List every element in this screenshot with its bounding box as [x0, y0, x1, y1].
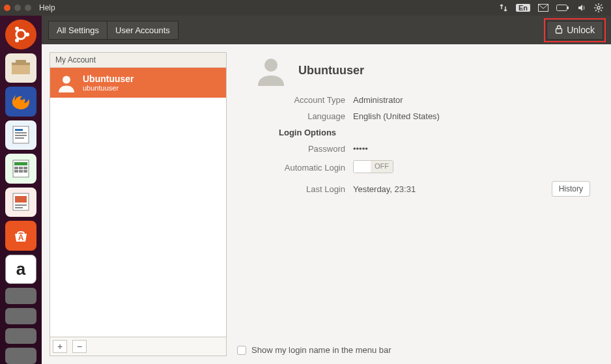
automatic-login-toggle[interactable]: OFF — [353, 160, 393, 173]
account-display-name[interactable]: Ubuntuuser — [298, 64, 364, 77]
launcher-writer[interactable] — [5, 120, 36, 150]
account-detail-panel: Ubuntuuser Account Type Administrator La… — [236, 52, 603, 356]
remove-account-button[interactable]: − — [72, 340, 87, 353]
history-button[interactable]: History — [552, 181, 590, 197]
svg-line-11 — [601, 5, 602, 6]
svg-line-10 — [595, 10, 597, 11]
sidebar-section-label: My Account — [50, 53, 226, 68]
automatic-login-label: Automatic Login — [255, 163, 353, 173]
svg-rect-35 — [15, 204, 27, 206]
svg-rect-22 — [15, 132, 27, 133]
svg-rect-2 — [567, 7, 569, 9]
network-icon[interactable] — [499, 3, 508, 12]
svg-rect-23 — [15, 135, 27, 136]
breadcrumb-all-settings[interactable]: All Settings — [48, 21, 107, 40]
account-type-value[interactable]: Administrator — [353, 95, 403, 105]
svg-point-40 — [264, 59, 277, 72]
svg-rect-27 — [14, 167, 18, 169]
avatar-icon — [57, 73, 76, 92]
breadcrumb-user-accounts[interactable]: User Accounts — [107, 21, 178, 40]
launcher-impress[interactable] — [5, 188, 36, 217]
last-login-label: Last Login — [255, 184, 353, 194]
language-indicator[interactable]: En — [516, 4, 530, 12]
svg-point-3 — [597, 7, 600, 9]
launcher-firefox[interactable] — [5, 87, 36, 117]
launcher-dash[interactable] — [5, 20, 36, 49]
window-minimize-button[interactable] — [14, 5, 21, 11]
unlock-button[interactable]: Unlock — [547, 21, 603, 40]
password-value[interactable]: ••••• — [353, 144, 368, 154]
volume-icon[interactable] — [577, 3, 586, 12]
svg-point-39 — [63, 76, 70, 84]
account-type-label: Account Type — [255, 95, 353, 105]
svg-rect-34 — [15, 196, 27, 203]
language-value[interactable]: English (United States) — [353, 111, 440, 121]
last-login-value: Yesterday, 23:31 — [353, 184, 416, 194]
launcher-stack-item[interactable] — [5, 328, 36, 344]
svg-point-14 — [15, 27, 19, 31]
settings-window: All Settings User Accounts Unlock My Acc… — [42, 16, 611, 364]
svg-point-13 — [25, 33, 29, 36]
launcher-stack-item[interactable] — [5, 348, 36, 364]
svg-point-12 — [16, 30, 25, 39]
login-options-title: Login Options — [279, 128, 603, 137]
account-row-username: ubuntuuser — [83, 84, 134, 92]
system-top-bar: Help En — [0, 0, 611, 16]
svg-rect-30 — [14, 170, 18, 173]
svg-rect-18 — [16, 60, 26, 63]
svg-rect-38 — [556, 29, 562, 33]
profile-avatar-icon[interactable] — [255, 55, 287, 86]
svg-rect-17 — [12, 65, 30, 74]
svg-rect-36 — [15, 207, 23, 208]
svg-rect-21 — [15, 129, 23, 131]
svg-line-9 — [601, 10, 602, 11]
language-label: Language — [255, 111, 353, 121]
svg-rect-26 — [14, 162, 27, 165]
launcher-calc[interactable] — [5, 154, 36, 184]
lock-icon — [555, 25, 563, 36]
toggle-knob — [354, 161, 371, 173]
settings-gear-icon[interactable] — [594, 3, 603, 12]
window-maximize-button[interactable] — [25, 5, 31, 11]
svg-rect-16 — [12, 63, 30, 65]
settings-toolbar: All Settings User Accounts Unlock — [42, 16, 611, 44]
account-row-name: Ubuntuuser — [83, 74, 134, 84]
accounts-sidebar: My Account Ubuntuuser ubuntuuser + − — [50, 52, 227, 356]
unity-launcher: A a — [0, 16, 42, 364]
battery-icon[interactable] — [556, 5, 569, 11]
svg-rect-1 — [557, 5, 567, 11]
unlock-button-label: Unlock — [567, 25, 595, 35]
svg-rect-28 — [19, 167, 23, 169]
show-name-checkbox[interactable] — [237, 346, 246, 355]
launcher-amazon[interactable]: a — [5, 255, 36, 285]
window-title: Help — [39, 3, 55, 12]
svg-rect-32 — [23, 170, 27, 173]
launcher-software-center[interactable]: A — [5, 221, 36, 251]
svg-point-15 — [15, 38, 19, 42]
launcher-stack-item[interactable] — [5, 308, 36, 324]
account-row-selected[interactable]: Ubuntuuser ubuntuuser — [50, 68, 226, 98]
footer-option: Show my login name in the menu bar — [237, 345, 391, 355]
mail-icon[interactable] — [538, 4, 548, 12]
unlock-highlight: Unlock — [545, 20, 604, 41]
password-label: Password — [255, 144, 353, 154]
toggle-state-label: OFF — [371, 161, 393, 173]
svg-rect-24 — [15, 137, 24, 139]
window-close-button[interactable] — [4, 5, 10, 11]
svg-rect-29 — [23, 167, 27, 169]
svg-line-8 — [595, 5, 597, 6]
breadcrumb: All Settings User Accounts — [48, 21, 178, 40]
launcher-stack-item[interactable] — [5, 288, 36, 304]
svg-rect-31 — [19, 170, 23, 173]
launcher-files[interactable] — [5, 53, 36, 83]
add-account-button[interactable]: + — [53, 340, 67, 353]
show-name-label: Show my login name in the menu bar — [251, 345, 391, 355]
svg-text:A: A — [18, 233, 24, 242]
